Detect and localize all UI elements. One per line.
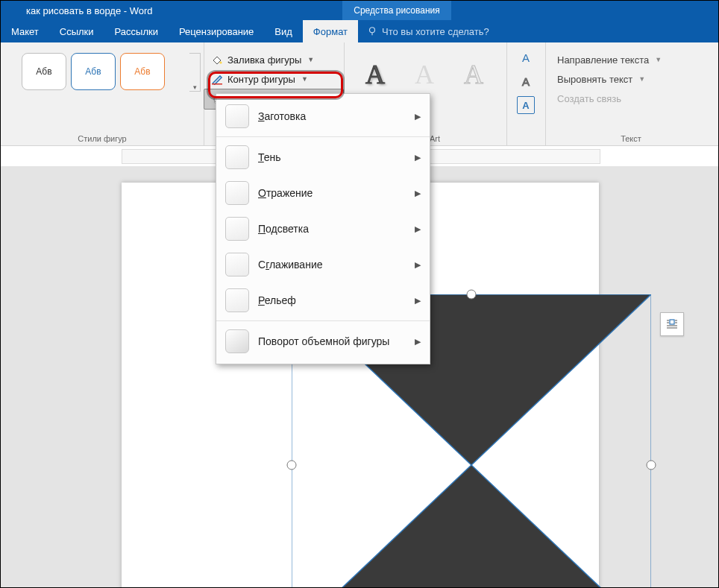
svg-marker-11	[292, 465, 651, 588]
shape-style-thumb-2[interactable]: Абв	[71, 53, 116, 90]
chevron-right-icon: ▶	[415, 337, 421, 347]
svg-point-0	[370, 28, 375, 33]
wordart-thumb-2[interactable]: А	[402, 54, 447, 95]
shape-style-gallery[interactable]: Абв Абв Абв	[1, 42, 204, 90]
soft-edges-icon	[225, 253, 249, 276]
shape-style-gallery-more[interactable]: ▾	[189, 53, 201, 92]
svg-rect-14	[670, 320, 674, 324]
menu-item-reflection[interactable]: Отражение ▶	[216, 175, 430, 211]
lightbulb-icon	[367, 26, 377, 37]
tab-layout[interactable]: Макет	[1, 20, 49, 42]
text-fill-icon[interactable]: A	[517, 48, 535, 66]
shadow-icon	[225, 145, 249, 169]
text-direction-button[interactable]: ||A Направление текста▼	[545, 50, 717, 69]
preset-icon	[225, 104, 249, 128]
tab-view[interactable]: Вид	[264, 20, 303, 42]
menu-label-preset: аготовка	[264, 110, 306, 122]
layout-options-button[interactable]	[660, 312, 684, 336]
paint-bucket-icon	[211, 54, 223, 66]
resize-handle-left[interactable]	[287, 461, 297, 470]
wordart-thumb-3[interactable]: А	[451, 54, 496, 95]
chevron-right-icon: ▶	[415, 112, 421, 121]
menu-item-3d-rotation[interactable]: Поворот объемной фигуры ▶	[216, 323, 430, 359]
shape-fill-button[interactable]: Заливка фигуры▼	[204, 50, 344, 69]
rotation-3d-icon	[225, 329, 249, 353]
menu-item-preset[interactable]: Заготовка ▶	[216, 98, 430, 134]
ribbon-tabs: Макет Ссылки Рассылки Рецензирование Вид…	[1, 20, 718, 42]
menu-item-bevel[interactable]: Рельеф ▶	[216, 282, 430, 318]
chevron-down-icon: ▼	[655, 56, 662, 63]
shape-style-thumb-1[interactable]: Абв	[22, 53, 66, 90]
menu-separator	[216, 320, 430, 321]
tab-format[interactable]: Формат	[303, 20, 358, 42]
chevron-right-icon: ▶	[415, 260, 421, 270]
tab-mailings[interactable]: Рассылки	[104, 20, 169, 42]
wordart-thumb-1[interactable]: А	[353, 54, 398, 95]
group-text: ||A Направление текста▼ Выровнять текст▼…	[545, 42, 717, 145]
chevron-down-icon: ▼	[307, 56, 314, 63]
shape-outline-button[interactable]: Контур фигуры▼	[204, 69, 344, 89]
svg-point-2	[219, 61, 222, 63]
menu-item-shadow[interactable]: Тень ▶	[216, 139, 430, 175]
create-link-button: Создать связь	[545, 89, 717, 108]
chevron-down-icon: ▼	[301, 75, 308, 83]
glow-icon	[225, 217, 249, 241]
svg-rect-3	[212, 83, 222, 85]
contextual-tab-label: Средства рисования	[342, 1, 451, 20]
layout-options-icon	[665, 317, 679, 331]
bevel-icon	[225, 288, 249, 312]
word-window: как рисовать в ворде - Word Средства рис…	[0, 0, 719, 588]
menu-item-glow[interactable]: Подсветка ▶	[216, 211, 430, 247]
window-title: как рисовать в ворде - Word	[26, 5, 153, 16]
align-text-button[interactable]: Выровнять текст▼	[545, 69, 717, 89]
text-effects-icon[interactable]: А	[517, 96, 535, 114]
tab-review[interactable]: Рецензирование	[169, 20, 264, 42]
chevron-right-icon: ▶	[415, 224, 421, 234]
menu-item-soft-edges[interactable]: Сглаживание ▶	[216, 247, 430, 282]
resize-handle-top[interactable]	[467, 290, 477, 300]
shape-effects-menu: Заготовка ▶ Тень ▶ Отражение ▶ Подсветка…	[216, 93, 430, 364]
chevron-right-icon: ▶	[415, 296, 421, 306]
reflection-icon	[225, 181, 249, 205]
group-shape-styles: Абв Абв Абв ▾ Стили фигур	[1, 42, 204, 145]
chevron-down-icon: ▼	[638, 75, 645, 83]
wordart-gallery[interactable]: А А А	[344, 42, 506, 95]
shape-style-thumb-3[interactable]: Абв	[120, 53, 165, 90]
group-text-quick-icons: A A А	[506, 42, 546, 145]
chevron-right-icon: ▶	[415, 153, 421, 162]
pen-icon	[211, 73, 223, 85]
menu-separator	[216, 136, 430, 137]
group-label-shape-styles: Стили фигур	[1, 134, 204, 143]
resize-handle-right[interactable]	[647, 461, 656, 470]
tell-me-search[interactable]: Что вы хотите сделать?	[358, 20, 489, 42]
tab-references[interactable]: Ссылки	[49, 20, 104, 42]
group-label-text: Текст	[545, 134, 717, 143]
chevron-right-icon: ▶	[415, 189, 421, 198]
text-outline-icon[interactable]: A	[517, 72, 535, 90]
